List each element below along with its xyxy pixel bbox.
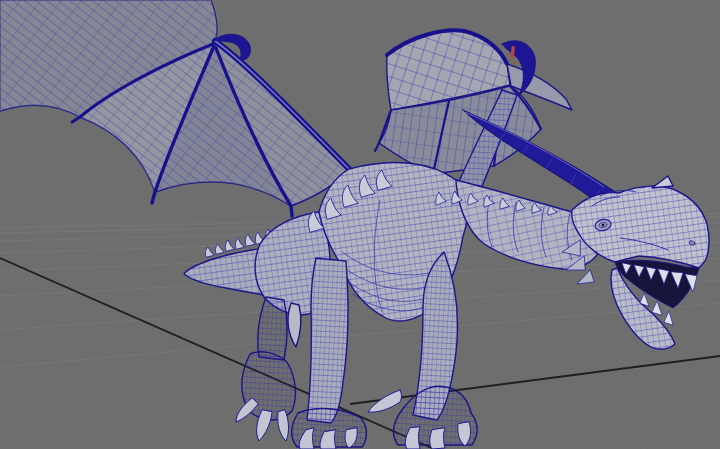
marker-dot <box>513 62 515 64</box>
scene-svg <box>0 0 720 449</box>
pupil <box>602 224 605 227</box>
front-left-claws <box>299 428 357 449</box>
hind-shin <box>258 297 287 360</box>
viewport-3d[interactable] <box>0 0 720 449</box>
